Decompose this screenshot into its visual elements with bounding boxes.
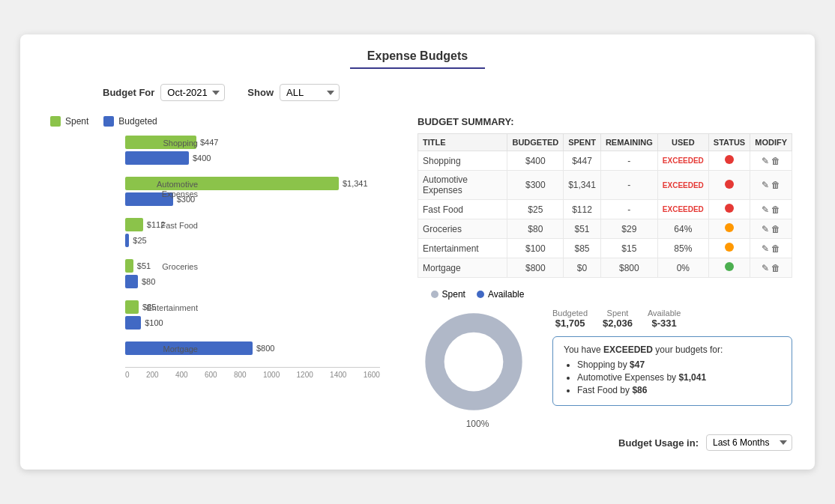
cell-4-3: $15: [600, 239, 657, 258]
cell-5-3: $800: [600, 258, 657, 278]
cell-0-1: $400: [507, 151, 564, 171]
total-available-value: $-331: [648, 318, 681, 329]
chart-legend: Spent Budgeted: [43, 116, 403, 127]
totals-grid: Budgeted $1,705 Spent $2,036 Available $…: [552, 309, 792, 329]
cell-1-0: Automotive Expenses: [418, 171, 507, 200]
category-label-1: Automotive Expenses: [125, 180, 204, 199]
x-tick: 400: [175, 371, 188, 379]
total-budgeted: Budgeted $1,705: [552, 309, 588, 329]
edit-icon-4[interactable]: ✎: [762, 243, 769, 254]
x-tick: 800: [234, 371, 247, 379]
donut-percentage: 100%: [466, 419, 489, 429]
budgeted-bar-label-0: $400: [193, 154, 211, 163]
summary-header: MODIFY: [750, 134, 792, 151]
x-axis: 02004006008001000120014001600: [125, 367, 380, 379]
table-row: Mortgage$800$0$8000%✎ 🗑: [418, 258, 792, 278]
status-dot-0: [725, 155, 734, 164]
cell-4-2: $85: [564, 239, 601, 258]
budgeted-bar-0: [125, 151, 189, 165]
modify-cell-4[interactable]: ✎ 🗑: [750, 239, 792, 258]
x-tick: 1000: [263, 371, 280, 379]
legend-budgeted: Budgeted: [103, 116, 157, 127]
status-cell-1[interactable]: [708, 171, 750, 200]
x-tick: 1200: [297, 371, 313, 379]
status-cell-2[interactable]: [708, 200, 750, 219]
legend-spent-dot: [50, 116, 61, 127]
category-label-4: Entertainment: [125, 303, 204, 313]
cell-3-2: $51: [564, 219, 601, 239]
budgeted-bar-label-2: $25: [133, 236, 146, 245]
chart-category-0: Shopping$447$400: [125, 136, 403, 165]
delete-icon-0[interactable]: 🗑: [771, 156, 780, 166]
donut-legend-spent: Spent: [431, 289, 465, 300]
edit-icon-1[interactable]: ✎: [762, 180, 769, 190]
bar-chart: Shopping$447$400Automotive Expenses$1,34…: [43, 136, 403, 401]
edit-icon-3[interactable]: ✎: [762, 224, 769, 234]
x-tick: 200: [146, 371, 159, 379]
category-label-5: Mortgage: [125, 344, 204, 354]
budgeted-wrap-0: $400: [125, 151, 403, 165]
status-cell-0[interactable]: [708, 151, 750, 171]
svg-point-1: [444, 333, 504, 392]
main-container: Expense Budgets Budget For Oct-2021 Show…: [20, 34, 815, 470]
status-dot-3: [725, 223, 734, 232]
budget-usage-row: Budget Usage in: Last 6 MonthsLast 3 Mon…: [417, 434, 792, 451]
cell-1-1: $300: [507, 171, 564, 200]
x-tick: 1400: [330, 371, 346, 379]
status-cell-5[interactable]: [708, 258, 750, 278]
cell-0-0: Shopping: [418, 151, 507, 171]
modify-cell-2[interactable]: ✎ 🗑: [750, 200, 792, 219]
summary-area: BUDGET SUMMARY: TITLEBUDGETEDSPENTREMAIN…: [417, 116, 792, 451]
delete-icon-1[interactable]: 🗑: [771, 180, 780, 190]
cell-2-4: EXCEEDED: [657, 200, 708, 219]
status-cell-4[interactable]: [708, 239, 750, 258]
budget-for-select[interactable]: Oct-2021: [160, 84, 225, 101]
table-row: Shopping$400$447-EXCEEDED✎ 🗑: [418, 151, 792, 171]
donut-available-dot: [477, 291, 484, 298]
budgeted-bar-label-5: $800: [256, 344, 274, 353]
total-budgeted-label: Budgeted: [552, 309, 588, 318]
table-row: Entertainment$100$85$1585%✎ 🗑: [418, 239, 792, 258]
donut-available-label: Available: [488, 289, 524, 300]
edit-icon-5[interactable]: ✎: [762, 263, 769, 273]
edit-icon-2[interactable]: ✎: [762, 204, 769, 215]
exceeded-list: Shopping by $47Automotive Expenses by $1…: [564, 359, 781, 395]
cell-4-4: 85%: [657, 239, 708, 258]
exceeded-item: Shopping by $47: [577, 359, 781, 370]
total-spent: Spent $2,036: [603, 309, 633, 329]
cell-0-2: $447: [564, 151, 601, 171]
cell-5-0: Mortgage: [418, 258, 507, 278]
modify-cell-0[interactable]: ✎ 🗑: [750, 151, 792, 171]
status-cell-3[interactable]: [708, 219, 750, 239]
cell-4-0: Entertainment: [418, 239, 507, 258]
budget-for-group: Budget For Oct-2021: [103, 84, 225, 101]
category-label-3: Groceries: [125, 262, 204, 272]
legend-budgeted-dot: [103, 116, 114, 127]
table-row: Automotive Expenses$300$1,341-EXCEEDED✎ …: [418, 171, 792, 200]
status-dot-2: [725, 204, 734, 213]
cell-5-1: $800: [507, 258, 564, 278]
cell-0-3: -: [600, 151, 657, 171]
exceeded-item: Fast Food by $86: [577, 385, 781, 395]
budget-usage-select[interactable]: Last 6 MonthsLast 3 MonthsLast 12 Months: [706, 434, 792, 451]
legend-spent: Spent: [50, 116, 88, 127]
cell-2-3: -: [600, 200, 657, 219]
delete-icon-2[interactable]: 🗑: [771, 204, 780, 215]
budgeted-bar-2: [125, 234, 129, 247]
delete-icon-3[interactable]: 🗑: [771, 224, 780, 234]
donut-section: Spent Available: [417, 289, 792, 425]
edit-icon-0[interactable]: ✎: [762, 156, 769, 166]
cell-2-0: Fast Food: [418, 200, 507, 219]
delete-icon-4[interactable]: 🗑: [771, 243, 780, 254]
chart-category-3: Groceries$51$80: [125, 259, 403, 288]
budgeted-bar-4: [125, 316, 141, 330]
show-select[interactable]: ALL: [280, 84, 340, 101]
modify-cell-5[interactable]: ✎ 🗑: [750, 258, 792, 278]
delete-icon-5[interactable]: 🗑: [771, 263, 780, 273]
spent-bar-label-1: $1,341: [343, 179, 368, 188]
x-tick: 1600: [364, 371, 380, 379]
modify-cell-3[interactable]: ✎ 🗑: [750, 219, 792, 239]
summary-header: USED: [657, 134, 708, 151]
legend-budgeted-label: Budgeted: [118, 116, 157, 127]
modify-cell-1[interactable]: ✎ 🗑: [750, 171, 792, 200]
